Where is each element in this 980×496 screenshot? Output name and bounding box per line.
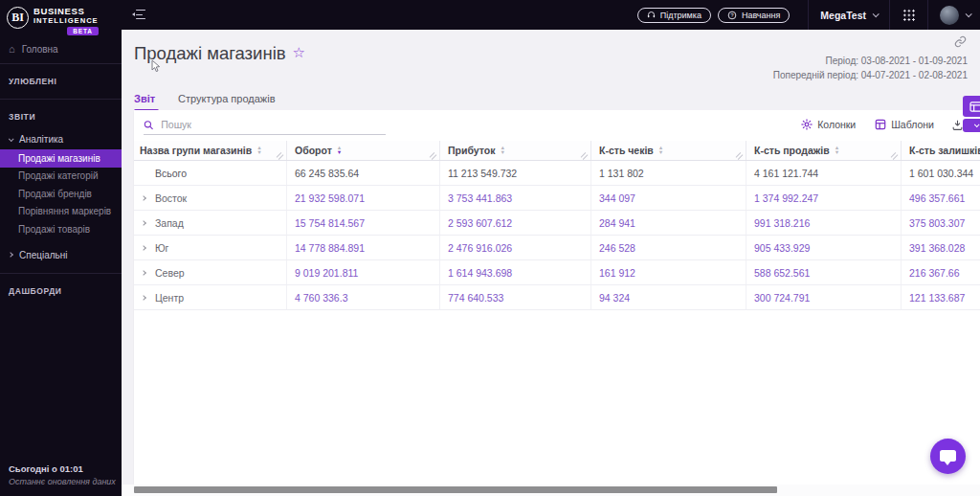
sidebar-item-home[interactable]: ⌂ Головна bbox=[0, 39, 122, 58]
search-box[interactable] bbox=[144, 118, 386, 135]
column-header[interactable]: Назва групи магазинів▲▼ bbox=[134, 141, 287, 160]
app-logo: BI BUSINESS INTELLIGENCE BETA bbox=[0, 0, 122, 35]
expand-row-icon[interactable] bbox=[141, 295, 146, 301]
collapse-sidebar-icon[interactable] bbox=[132, 10, 146, 21]
sidebar-section-dashboards[interactable]: ДАШБОРДИ bbox=[0, 279, 122, 304]
expand-row-icon[interactable] bbox=[141, 220, 146, 226]
sort-icon[interactable]: ▲▼ bbox=[500, 146, 505, 154]
cell-value: 300 724.791 bbox=[746, 285, 902, 309]
column-resize-handle[interactable] bbox=[277, 152, 284, 160]
table-row[interactable]: Центр4 760 336.3774 640.53394 324300 724… bbox=[134, 285, 980, 310]
data-refresh-status: Сьогодні о 01:01 Останнє оновлення даних bbox=[9, 463, 116, 486]
search-input[interactable] bbox=[159, 118, 386, 131]
cell-value: 216 367.66 bbox=[902, 260, 980, 284]
sidebar-item-marker-comparison[interactable]: Порівняння маркерів bbox=[0, 203, 122, 221]
chevron-down-icon bbox=[9, 136, 14, 142]
sidebar-section-favorites[interactable]: УЛЮБЛЕНІ bbox=[0, 69, 122, 94]
brand-line1: BUSINESS bbox=[33, 7, 84, 16]
sidebar-item-product-sales[interactable]: Продажі товарів bbox=[0, 220, 122, 238]
table-row[interactable]: Север9 019 201.8111 614 943.698161 91258… bbox=[134, 260, 980, 285]
cell-value: 496 357.661 bbox=[902, 186, 980, 210]
avatar[interactable] bbox=[940, 6, 959, 25]
collapse-panel-button[interactable] bbox=[963, 119, 980, 132]
column-resize-handle[interactable] bbox=[736, 152, 744, 160]
support-button[interactable]: Підтримка bbox=[637, 8, 711, 23]
expand-row-icon[interactable] bbox=[141, 245, 146, 251]
cell-value: 2 476 916.026 bbox=[440, 236, 591, 259]
sort-icon[interactable]: ▲▼ bbox=[256, 146, 262, 154]
column-resize-handle[interactable] bbox=[430, 152, 437, 160]
training-button[interactable]: ? Навчання bbox=[718, 8, 790, 23]
templates-button[interactable]: Шаблони bbox=[875, 119, 934, 130]
column-header[interactable]: Оборот▲▼ bbox=[287, 141, 440, 160]
share-link-icon[interactable] bbox=[954, 35, 967, 48]
divider bbox=[889, 0, 890, 30]
favorite-star-icon[interactable]: ☆ bbox=[293, 44, 305, 61]
cell-value: 375 803.307 bbox=[902, 211, 980, 235]
chevron-right-icon bbox=[8, 252, 13, 258]
expand-row-icon[interactable] bbox=[141, 270, 146, 276]
tab-report[interactable]: Звіт bbox=[134, 93, 155, 112]
tab-sales-structure[interactable]: Структура продажів bbox=[178, 93, 275, 112]
last-update-time: Сьогодні о 01:01 bbox=[9, 463, 116, 474]
cell-value: 121 133.687 bbox=[902, 285, 980, 309]
divider bbox=[0, 273, 122, 274]
filters-panel-button[interactable] bbox=[963, 96, 980, 117]
columns-button[interactable]: Колонки bbox=[801, 119, 856, 130]
scrollbar-thumb[interactable] bbox=[134, 486, 777, 493]
sort-icon[interactable]: ▲▼ bbox=[658, 146, 664, 154]
table-row[interactable]: Юг14 778 884.8912 476 916.026246 528905 … bbox=[134, 236, 980, 260]
chat-button[interactable] bbox=[930, 439, 966, 474]
chevron-down-icon[interactable] bbox=[966, 11, 972, 17]
column-resize-handle[interactable] bbox=[891, 152, 899, 160]
sidebar-item-category-sales[interactable]: Продажі категорій bbox=[0, 168, 122, 186]
cell-value: 21 932 598.071 bbox=[287, 186, 440, 210]
sidebar-group-analytics[interactable]: Аналітика bbox=[0, 129, 122, 149]
cell-group-name: Центр bbox=[134, 285, 287, 309]
cell-value: 344 097 bbox=[591, 186, 746, 210]
cell-value: 774 640.533 bbox=[440, 285, 591, 309]
sidebar-item-brand-sales[interactable]: Продажі брендів bbox=[0, 185, 122, 203]
sort-icon[interactable]: ▲▼ bbox=[835, 146, 840, 154]
workspace-selector[interactable]: MegaTest bbox=[820, 10, 878, 21]
sort-icon[interactable]: ▲▼ bbox=[337, 146, 343, 154]
table-row[interactable]: Всього66 245 835.6411 213 549.7321 131 8… bbox=[134, 161, 980, 186]
headset-icon bbox=[647, 11, 656, 19]
cell-value: 246 528 bbox=[591, 236, 746, 259]
cell-group-name: Юг bbox=[134, 236, 287, 259]
column-header[interactable]: К-сть продажів▲▼ bbox=[746, 141, 902, 160]
cell-value: 3 753 441.863 bbox=[440, 186, 591, 210]
beta-badge: BETA bbox=[67, 27, 98, 35]
cell-value: 391 368.028 bbox=[902, 236, 980, 259]
cell-value: 66 245 835.64 bbox=[287, 161, 440, 185]
cell-value: 94 324 bbox=[591, 285, 746, 309]
table-row[interactable]: Восток21 932 598.0713 753 441.863344 097… bbox=[134, 186, 980, 211]
column-resize-handle[interactable] bbox=[581, 152, 589, 160]
expand-row-icon[interactable] bbox=[141, 195, 146, 201]
table-row[interactable]: Запад15 754 814.5672 593 607.612284 9419… bbox=[134, 211, 980, 236]
search-icon bbox=[144, 120, 153, 130]
template-icon bbox=[875, 119, 886, 130]
main-content: Продажі магазинів ☆ Період: 03-08-2021 -… bbox=[122, 30, 980, 496]
column-header[interactable]: Прибуток▲▼ bbox=[440, 141, 591, 160]
cell-value: 588 652.561 bbox=[746, 260, 902, 284]
side-panel-toggle bbox=[963, 96, 980, 132]
cell-value: 2 593 607.612 bbox=[440, 211, 591, 235]
column-header-label: Прибуток bbox=[448, 145, 495, 156]
cell-value: 1 601 030.344 bbox=[902, 161, 980, 185]
report-table: Назва групи магазинів▲▼Оборот▲▼Прибуток▲… bbox=[134, 141, 980, 310]
cell-value: 15 754 814.567 bbox=[287, 211, 440, 235]
sidebar-section-reports[interactable]: ЗВІТИ bbox=[0, 104, 122, 129]
sidebar-item-store-sales[interactable]: Продажі магазинів bbox=[0, 149, 122, 168]
column-header-label: К-сть продажів bbox=[754, 145, 830, 156]
column-header[interactable]: К-сть залишків на bbox=[902, 141, 980, 160]
report-panel: Колонки Шаблони Назва групи магазинів▲▼О… bbox=[134, 110, 980, 485]
sidebar-group-special[interactable]: Спеціальні bbox=[0, 245, 122, 265]
column-header[interactable]: К-сть чеків▲▼ bbox=[591, 141, 746, 160]
column-header-label: Оборот bbox=[295, 145, 332, 156]
divider bbox=[808, 0, 809, 30]
svg-text:?: ? bbox=[730, 11, 733, 17]
chevron-down-icon bbox=[973, 122, 979, 127]
apps-grid-icon[interactable] bbox=[902, 8, 916, 22]
sidebar-nav-list: Продажі магазинівПродажі категорійПродаж… bbox=[0, 149, 122, 238]
